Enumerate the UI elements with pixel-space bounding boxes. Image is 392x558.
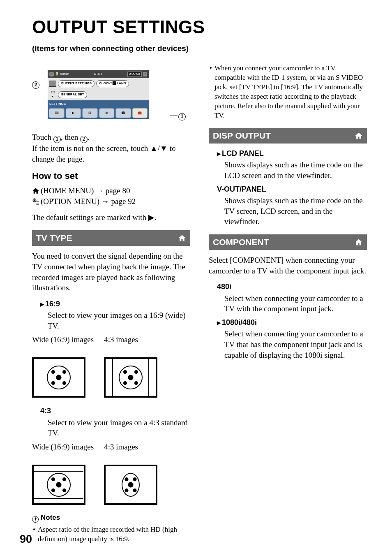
touch-instruction: Touch 1, then 2. If the item is not on t…	[32, 132, 190, 164]
wide-label-2: Wide (16:9) images	[32, 442, 94, 462]
nav-icon-5: ☎	[115, 108, 131, 118]
how-to-set-heading: How to set	[32, 170, 190, 182]
thumb-icon	[49, 81, 56, 87]
page-title: OUTPUT SETTINGS	[32, 15, 374, 39]
vout-panel-body: Shows displays such as the time code on …	[224, 195, 367, 227]
std-label: 4:3 images	[104, 334, 157, 355]
clock-lang-button: CLOCK/ 🅰 LANG	[96, 80, 129, 87]
page-subtitle: (Items for when connecting other devices…	[32, 43, 374, 54]
std-label-2: 4:3 images	[104, 442, 157, 462]
note-1: •Aspect ratio of the image recorded with…	[33, 525, 190, 544]
nav-icon-2: ▶	[66, 108, 81, 118]
notes-heading: ✦Notes	[32, 513, 190, 523]
component-1080i-body: Select when connecting your camcorder to…	[224, 329, 367, 360]
nav-icon-6: 🧰	[132, 108, 148, 118]
component-480i: 480i	[217, 282, 367, 292]
component-bar: COMPONENT	[209, 234, 367, 250]
option-icon	[32, 198, 39, 205]
tv-type-bar: TV TYPE	[32, 230, 190, 246]
callout-1: 1	[178, 112, 186, 120]
default-settings-note: The default settings are marked with ▶.	[32, 212, 190, 223]
note-2: •When you connect your camcorder to a TV…	[210, 64, 367, 120]
option-16-9-body: Select to view your images on a 16:9 (wi…	[48, 310, 190, 331]
left-column: 2 1 ×🔋60min STBY 0:00:00? OUTPUT SETTING…	[32, 61, 190, 545]
callout-2: 2	[32, 80, 39, 89]
menu-screenshot: ×🔋60min STBY 0:00:00? OUTPUT SETTINGS CL…	[48, 70, 149, 123]
disp-output-bar: DISP OUTPUT	[209, 128, 367, 144]
tv-type-intro: You need to convert the signal depending…	[32, 251, 190, 293]
nav-icon-1: 📼	[49, 108, 65, 118]
home-icon	[178, 234, 186, 242]
option-4-3-body: Select to view your images on a 4:3 stan…	[48, 417, 190, 438]
home-icon	[32, 187, 39, 194]
vout-panel-option: V-OUT/PANEL	[217, 184, 367, 194]
notes-icon: ✦	[32, 516, 39, 523]
tv-type-images-16-9: Wide (16:9) images 4:3 images	[32, 334, 190, 398]
option-16-9: ▶16:9	[40, 299, 190, 309]
component-1080i: ▶1080i/480i	[217, 317, 367, 327]
general-set-button: GENERAL SET	[58, 91, 87, 98]
option-4-3: 4:3	[40, 406, 190, 416]
home-menu-line: (HOME MENU) → page 80	[32, 185, 190, 196]
tv-type-images-4-3: Wide (16:9) images 4:3 images	[32, 442, 190, 505]
home-icon	[355, 132, 363, 140]
option-menu-line: (OPTION MENU) → page 92	[32, 196, 190, 207]
component-intro: Select [COMPONENT] when connecting your …	[209, 255, 367, 276]
nav-icon-3: ⊞	[82, 108, 98, 118]
output-settings-button: OUTPUT SETTINGS	[58, 80, 95, 87]
lcd-panel-body: Shows displays such as the time code on …	[224, 160, 367, 181]
right-column: •When you connect your camcorder to a TV…	[209, 61, 367, 545]
settings-bar: SETTINGS	[48, 100, 149, 107]
wide-label: Wide (16:9) images	[32, 334, 94, 355]
lcd-panel-option: ▶LCD PANEL	[217, 148, 367, 158]
component-480i-body: Select when connecting your camcorder to…	[224, 293, 367, 314]
home-icon	[355, 238, 363, 246]
nav-icon-4: ⊕	[99, 108, 115, 118]
page-number: 90	[20, 532, 32, 546]
close-icon: ×	[49, 72, 54, 76]
